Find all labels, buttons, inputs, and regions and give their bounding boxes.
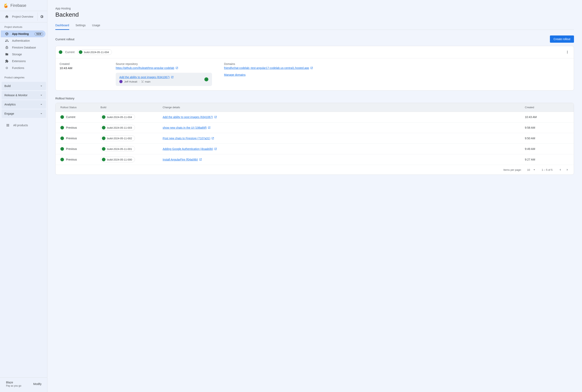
author-name: Jeff Huleatt	[124, 80, 137, 83]
project-overview-label: Project Overview	[12, 15, 33, 18]
sidebar-item-label: App Hosting	[12, 32, 31, 36]
build-id: build-2024-05-11-001	[107, 148, 132, 150]
status-success-icon	[60, 126, 64, 130]
shortcut-list: App Hosting NEW Authentication Firestore…	[0, 30, 47, 73]
change-link[interactable]: show new chats in the UI (198a89f)	[163, 126, 211, 129]
table-row: Previous build-2024-05-11-000 Install An…	[56, 154, 574, 165]
status-success-icon	[60, 136, 64, 140]
external-link-icon	[199, 158, 202, 161]
sidebar-item-authentication[interactable]: Authentication	[1, 37, 46, 44]
rollout-menu-button[interactable]	[564, 49, 570, 55]
row-created: 9:50 AM	[525, 137, 535, 140]
category-label: Build	[5, 84, 11, 88]
all-products[interactable]: All products	[0, 120, 47, 130]
source-repo-url: https://github.com/jhuleatt/tmp-angular-…	[116, 66, 174, 70]
project-overview-row: Project Overview	[0, 11, 47, 22]
change-text: Post new chats to Firestore (7107a31)	[163, 137, 210, 140]
items-per-page-value: 10	[527, 168, 530, 171]
sidebar-item-label: Firestore Database	[12, 46, 43, 49]
col-change: Change details	[163, 106, 525, 109]
create-rollout-button[interactable]: Create rollout	[550, 36, 574, 43]
current-build-pill[interactable]: build-2024-05-11-004	[78, 49, 112, 55]
items-per-page-select[interactable]: 10	[527, 168, 536, 172]
sidebar-item-label: Authentication	[12, 39, 43, 42]
status-success-icon	[59, 50, 62, 54]
brand-name: Firebase	[11, 3, 26, 8]
status-success-icon	[102, 158, 106, 161]
branch-indicator: main	[141, 80, 150, 83]
category-analytics[interactable]: Analytics	[2, 100, 46, 108]
external-link-icon	[310, 66, 313, 69]
category-build[interactable]: Build	[2, 82, 46, 90]
breadcrumb: App Hosting	[55, 7, 574, 10]
chevron-down-icon	[40, 84, 43, 88]
table-row: Previous build-2024-05-11-002 Post new c…	[56, 133, 574, 144]
storage-icon	[5, 52, 9, 56]
authentication-icon	[5, 39, 9, 43]
tab-settings[interactable]: Settings	[76, 22, 86, 30]
build-pill[interactable]: build-2024-05-11-001	[101, 146, 135, 152]
build-id: build-2024-05-11-004	[84, 51, 109, 54]
external-link-icon	[214, 148, 217, 150]
tab-usage[interactable]: Usage	[92, 22, 100, 30]
tab-dashboard[interactable]: Dashboard	[55, 22, 69, 30]
change-link[interactable]: Install AngularFire (f04a06b)	[163, 158, 202, 161]
change-text: Add the ability to post images (6341067)	[163, 116, 213, 119]
external-link-icon	[214, 116, 217, 118]
brand-block[interactable]: Firebase	[0, 0, 47, 11]
pager-next-button[interactable]	[565, 168, 569, 172]
modify-plan-button[interactable]: Modify	[33, 382, 42, 386]
category-engage[interactable]: Engage	[2, 110, 46, 118]
app-hosting-icon	[5, 32, 9, 36]
row-status: Previous	[66, 137, 77, 140]
build-pill[interactable]: build-2024-05-11-004	[101, 114, 135, 120]
build-id: build-2024-05-11-002	[107, 137, 132, 140]
external-link-icon	[211, 137, 214, 140]
build-pill[interactable]: build-2024-05-11-003	[101, 125, 135, 130]
sidebar-item-storage[interactable]: Storage	[1, 51, 46, 58]
chevron-down-icon	[40, 112, 43, 116]
source-repo-label: Source repository	[116, 62, 212, 66]
home-icon	[5, 15, 9, 19]
all-products-label: All products	[13, 124, 28, 127]
change-text: Install AngularFire (f04a06b)	[163, 158, 198, 161]
col-build: Build	[101, 106, 163, 109]
row-status: Previous	[66, 126, 77, 129]
project-overview[interactable]: Project Overview	[0, 13, 38, 20]
row-created: 9:27 AM	[525, 158, 535, 161]
sidebar-item-app-hosting[interactable]: App Hosting NEW	[1, 30, 46, 37]
build-pill[interactable]: build-2024-05-11-002	[101, 136, 135, 141]
category-label: Analytics	[5, 103, 16, 106]
change-link[interactable]: Post new chats to Firestore (7107a31)	[163, 137, 214, 140]
commit-title: Add the ability to post images (6341067)	[119, 76, 170, 79]
domain-link[interactable]: friendlychat-codelab--test-angular17-cod…	[224, 66, 570, 70]
sidebar-item-extensions[interactable]: Extensions	[1, 58, 46, 64]
change-link[interactable]: Adding Google Authentication (dcaab0b)	[163, 147, 217, 150]
project-settings-button[interactable]	[38, 13, 46, 21]
external-link-icon	[171, 76, 174, 78]
sidebar-item-functions[interactable]: Functions	[1, 64, 46, 71]
status-success-icon	[60, 158, 64, 161]
status-success-icon	[102, 147, 106, 151]
source-repo-link[interactable]: https://github.com/jhuleatt/tmp-angular-…	[116, 66, 212, 70]
build-id: build-2024-05-11-004	[107, 116, 132, 119]
status-success-icon	[102, 115, 106, 119]
build-pill[interactable]: build-2024-05-11-000	[101, 157, 135, 162]
sidebar-item-firestore[interactable]: Firestore Database	[1, 44, 46, 51]
external-link-icon	[176, 66, 178, 69]
chevron-down-icon	[40, 94, 43, 97]
commit-link[interactable]: Add the ability to post images (6341067)	[119, 76, 174, 79]
category-release-monitor[interactable]: Release & Monitor	[2, 91, 46, 100]
external-link-icon	[208, 126, 211, 129]
shortcuts-header: Project shortcuts	[0, 22, 47, 30]
functions-icon	[5, 66, 9, 70]
row-created: 9:49 AM	[525, 147, 535, 150]
status-success-icon	[102, 136, 106, 140]
sidebar-item-label: Extensions	[12, 60, 43, 63]
change-link[interactable]: Add the ability to post images (6341067)	[163, 116, 217, 119]
page-head: App Hosting Backend Dashboard Settings U…	[47, 0, 582, 30]
page-title: Backend	[55, 11, 574, 18]
pager-prev-button[interactable]	[558, 168, 562, 172]
manage-domains-link[interactable]: Manage domains	[224, 73, 245, 76]
items-per-page-label: Items per page:	[503, 168, 521, 171]
